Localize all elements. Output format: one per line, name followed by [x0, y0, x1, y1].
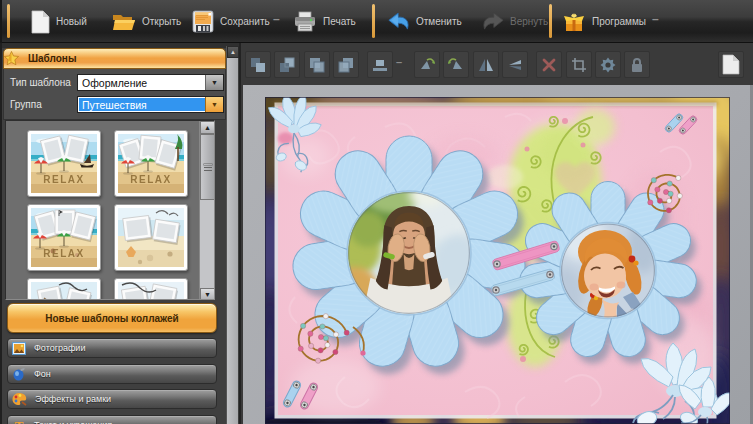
svg-text:RELAX: RELAX: [130, 174, 171, 185]
svg-text:RELAX: RELAX: [43, 248, 84, 259]
svg-text:RELAX: RELAX: [43, 174, 84, 185]
svg-text:T: T: [15, 420, 24, 424]
